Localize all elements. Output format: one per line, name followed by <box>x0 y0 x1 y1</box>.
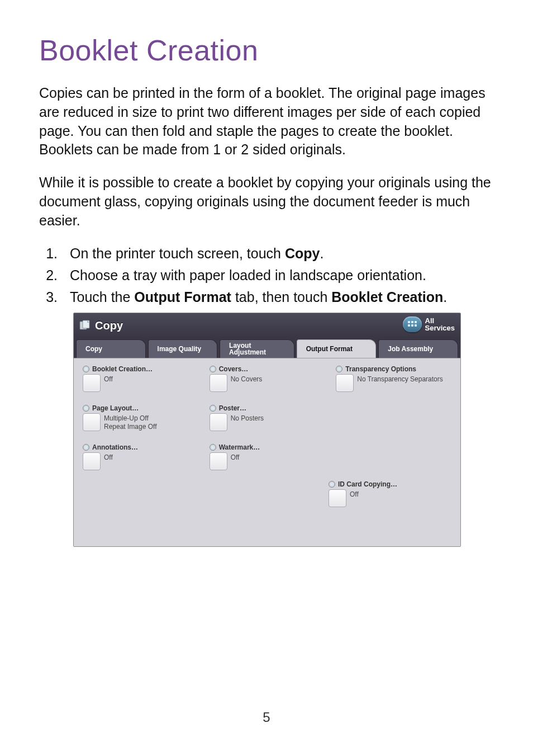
step3-bold-2: Booklet Creation <box>331 289 443 305</box>
tab-row: Copy Image Quality LayoutAdjustment Outp… <box>74 338 460 358</box>
page-number: 5 <box>0 710 533 725</box>
tab-layout-adjustment[interactable]: LayoutAdjustment <box>220 339 294 358</box>
instruction-step-2: Choose a tray with paper loaded in lands… <box>61 266 494 285</box>
option-covers[interactable]: Covers… No Covers <box>210 365 325 392</box>
option-thumb-button[interactable] <box>210 374 227 392</box>
page-title: Booklet Creation <box>39 34 494 67</box>
all-services-button[interactable]: All Services <box>403 316 455 332</box>
step3-bold-1: Output Format <box>134 289 231 305</box>
tab-image-quality[interactable]: Image Quality <box>148 339 218 358</box>
instruction-step-3: Touch the Output Format tab, then touch … <box>61 287 494 307</box>
intro-paragraph-1: Copies can be printed in the form of a b… <box>39 84 494 159</box>
screenshot-header: Copy All Services <box>74 313 460 338</box>
option-thumb-button[interactable] <box>83 413 101 431</box>
tab-job-assembly[interactable]: Job Assembly <box>378 339 458 358</box>
option-booklet-creation[interactable]: Booklet Creation… Off <box>83 365 198 392</box>
step1-bold: Copy <box>285 245 320 261</box>
step1-text: On the printer touch screen, touch <box>70 245 285 261</box>
radio-icon <box>83 444 89 451</box>
option-thumb-button[interactable] <box>83 452 101 470</box>
printer-touchscreen-screenshot: Copy All Services Copy Image Quality Lay… <box>73 313 461 547</box>
radio-icon <box>210 366 216 372</box>
option-transparency-options[interactable]: Transparency Options No Transparency Sep… <box>336 365 451 392</box>
radio-icon <box>210 405 216 412</box>
option-thumb-button[interactable] <box>336 374 354 392</box>
tab-content-output-format: Booklet Creation… Off Covers… No Covers … <box>74 358 460 546</box>
radio-icon <box>83 405 89 412</box>
option-watermark[interactable]: Watermark… Off <box>210 443 325 470</box>
tab-output-format[interactable]: Output Format <box>297 339 377 358</box>
option-annotations[interactable]: Annotations… Off <box>83 443 198 470</box>
radio-icon <box>83 366 89 372</box>
copy-app-icon <box>79 320 92 331</box>
instructions-list: On the printer touch screen, touch Copy.… <box>39 244 494 307</box>
svg-rect-1 <box>83 320 89 328</box>
option-thumb-button[interactable] <box>210 413 227 431</box>
option-page-layout[interactable]: Page Layout… Multiple-Up OffRepeat Image… <box>83 404 198 431</box>
all-services-icon <box>403 316 422 332</box>
all-services-label-line2: Services <box>425 324 455 332</box>
option-poster[interactable]: Poster… No Posters <box>210 404 325 431</box>
radio-icon <box>210 444 216 451</box>
radio-icon <box>329 481 335 488</box>
option-thumb-button[interactable] <box>83 374 101 392</box>
screenshot-header-title: Copy <box>95 319 123 332</box>
option-thumb-button[interactable] <box>329 489 346 507</box>
radio-icon <box>336 366 342 372</box>
tab-copy[interactable]: Copy <box>76 339 146 358</box>
intro-paragraph-2: While it is possible to create a booklet… <box>39 173 494 230</box>
instruction-step-1: On the printer touch screen, touch Copy. <box>61 244 494 263</box>
option-thumb-button[interactable] <box>210 452 227 470</box>
option-id-card-copying[interactable]: ID Card Copying… Off <box>329 480 451 507</box>
